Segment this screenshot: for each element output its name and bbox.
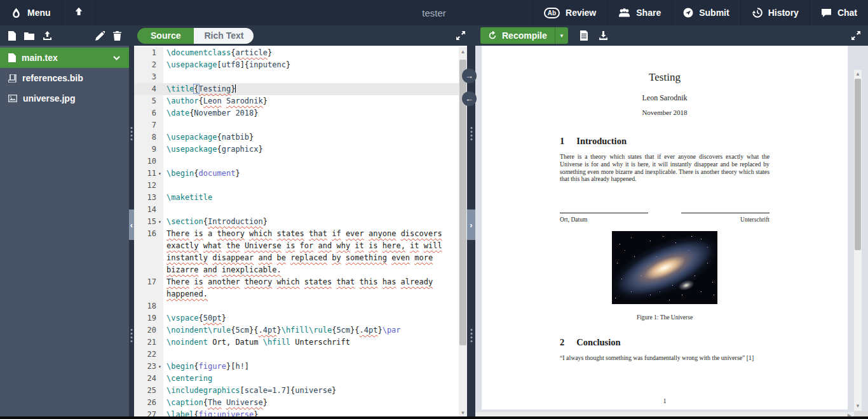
image-icon: [8, 95, 17, 102]
submit-label: Submit: [699, 8, 729, 18]
code-line[interactable]: 11▾\begin{document}: [134, 168, 459, 180]
line-number: 18: [134, 300, 163, 312]
source-tab[interactable]: Source: [137, 28, 194, 44]
pdf-scrollbar[interactable]: ▲ ▼: [854, 70, 862, 411]
source-richtext-toggle: Source Rich Text: [137, 28, 254, 44]
line-number: 15▾: [134, 216, 163, 228]
code-line[interactable]: 10: [134, 156, 459, 168]
code-line[interactable]: 12: [134, 180, 459, 192]
line-number: 2: [134, 59, 163, 71]
line-number: 14: [134, 204, 163, 216]
new-file-icon[interactable]: [8, 31, 16, 41]
code-line[interactable]: 9\usepackage{graphicx}: [134, 143, 459, 156]
chevron-down-icon[interactable]: [113, 56, 120, 60]
main-content: main.tex references.bib universe.jpg: [0, 46, 868, 419]
scroll-down-arrow[interactable]: ▼: [854, 402, 862, 410]
code-line[interactable]: 7: [134, 119, 459, 131]
scroll-up-arrow[interactable]: ▲: [854, 70, 862, 78]
page-number: 1: [482, 398, 848, 404]
publish-button[interactable]: [62, 0, 96, 25]
code-line[interactable]: 15▾\section{Introduction}: [134, 216, 459, 228]
jump-to-code-button[interactable]: ←: [462, 91, 477, 106]
code-line[interactable]: 13\maketitle: [134, 192, 459, 204]
pdf-scrollbar-thumb[interactable]: [855, 79, 861, 250]
line-number: 6: [134, 107, 163, 119]
logs-icon[interactable]: [580, 30, 588, 41]
fold-arrow-icon[interactable]: ▾: [156, 168, 163, 180]
code-line[interactable]: 2\usepackage[utf8]{inputenc}: [134, 59, 459, 71]
line-number: 7: [134, 119, 163, 131]
code-line[interactable]: 17There is another theory which states t…: [134, 276, 459, 300]
code-line[interactable]: 26\caption{The Universe}: [134, 397, 459, 409]
recompile-label: Recompile: [502, 30, 547, 41]
code-line[interactable]: 8\usepackage{natbib}: [134, 131, 459, 143]
new-folder-icon[interactable]: [24, 32, 34, 40]
submit-button[interactable]: Submit: [672, 0, 740, 25]
code-line[interactable]: 19\vspace{50pt}: [134, 312, 459, 324]
fold-arrow-icon[interactable]: ▾: [156, 361, 163, 373]
upload-icon[interactable]: [43, 31, 52, 41]
share-button[interactable]: Share: [607, 0, 672, 25]
jump-to-pdf-button[interactable]: →: [462, 69, 477, 83]
code-area[interactable]: 1\documentclass{article}2\usepackage[utf…: [134, 47, 459, 419]
code-line[interactable]: 21\noindent Ort, Datum \hfill Unterschri…: [134, 336, 459, 349]
line-number: 4: [134, 83, 163, 95]
signature-label-right: Unterschrift: [681, 216, 770, 223]
history-button[interactable]: History: [740, 0, 810, 25]
submit-icon: [683, 8, 693, 18]
code-line[interactable]: 16There is a theory which states that if…: [134, 228, 459, 276]
code-line[interactable]: 3: [134, 71, 459, 83]
drag-grip[interactable]: [470, 327, 472, 344]
signature-label-left: Ort, Datum: [560, 216, 648, 223]
code-line[interactable]: 5\author{Leon Sarodnik}: [134, 95, 459, 107]
code-line[interactable]: 23▾\begin{figure}[h!]: [134, 361, 459, 373]
header-left: Menu: [0, 0, 96, 25]
universe-figure-image: [612, 231, 717, 304]
code-line[interactable]: 18: [134, 300, 459, 312]
drag-grip[interactable]: [131, 327, 133, 344]
collapse-file-tree-button[interactable]: ‹: [129, 210, 134, 240]
menu-button[interactable]: Menu: [0, 0, 62, 25]
recompile-button[interactable]: Recompile ▾: [480, 27, 568, 44]
line-number: 13: [134, 192, 163, 204]
pdf-page: Testing Leon Sarodnik November 2018 1Int…: [482, 46, 848, 409]
chat-icon: [821, 8, 832, 18]
file-name: references.bib: [22, 73, 83, 83]
chat-button[interactable]: Chat: [810, 0, 868, 25]
pdf-expand-icon[interactable]: [851, 31, 860, 40]
editor-toolbar: Source Rich Text: [129, 25, 475, 46]
recompile-dropdown-caret[interactable]: ▾: [555, 27, 569, 44]
pdf-date: November 2018: [482, 109, 848, 116]
expand-pdf-button[interactable]: ›: [467, 210, 475, 240]
review-button[interactable]: Ab Review: [532, 0, 607, 25]
rich-text-tab[interactable]: Rich Text: [194, 28, 254, 44]
share-icon: [618, 8, 630, 18]
file-item-main-tex[interactable]: main.tex: [0, 48, 129, 68]
pdf-toolbar: Recompile ▾: [475, 25, 868, 46]
code-line[interactable]: 4\title{Testing}: [134, 83, 459, 95]
code-line[interactable]: 14: [134, 204, 459, 216]
delete-icon[interactable]: [113, 31, 121, 41]
code-line[interactable]: 20\noindent\rule{5cm}{.4pt}\hfill\rule{5…: [134, 324, 459, 336]
review-icon: Ab: [544, 8, 560, 18]
line-number: 8: [134, 131, 163, 143]
drag-grip[interactable]: [131, 125, 133, 142]
line-number: 21: [134, 336, 163, 349]
scroll-up-arrow[interactable]: ▲: [459, 48, 467, 56]
rename-icon[interactable]: [95, 31, 105, 41]
editor-expand-icon[interactable]: [456, 31, 465, 40]
line-number: 24: [134, 373, 163, 385]
download-pdf-icon[interactable]: [599, 31, 608, 41]
file-tree-resize-handle[interactable]: ‹: [129, 46, 134, 419]
code-line[interactable]: 1\documentclass{article}: [134, 47, 459, 59]
fold-arrow-icon[interactable]: ▾: [156, 216, 163, 228]
code-line[interactable]: 22: [134, 349, 459, 361]
code-line[interactable]: 6\date{November 2018}: [134, 107, 459, 119]
file-item-universe-jpg[interactable]: universe.jpg: [0, 88, 129, 109]
file-item-references-bib[interactable]: references.bib: [0, 68, 129, 88]
drag-grip[interactable]: [470, 125, 472, 142]
pdf-title: Testing: [482, 71, 848, 84]
code-line[interactable]: 24\centering: [134, 373, 459, 385]
code-line[interactable]: 25\includegraphics[scale=1.7]{universe}: [134, 385, 459, 397]
signature-block: Ort, Datum Unterschrift: [560, 213, 770, 223]
